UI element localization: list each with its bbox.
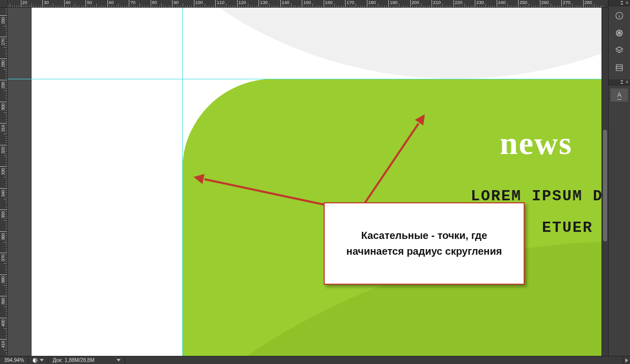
guide-vertical[interactable]	[182, 8, 183, 356]
news-heading: news	[500, 125, 572, 162]
exposure-indicator[interactable]	[28, 356, 48, 364]
guide-horizontal[interactable]	[8, 79, 608, 79]
doc-label: Док:	[52, 357, 63, 363]
hscroll-right-button[interactable]	[623, 356, 630, 364]
dock-collapse-handle-2[interactable]: ×	[609, 79, 630, 85]
wheel-icon[interactable]	[611, 26, 628, 40]
artboard[interactable]: news LOREM IPSUM DOETUER AULLA. DOPURUS …	[32, 8, 608, 356]
dock-collapse-handle[interactable]: ×	[609, 0, 630, 6]
info-icon[interactable]	[611, 9, 628, 22]
news-archive-heading: NEWS ARCHIV	[486, 331, 608, 352]
layers-icon[interactable]	[611, 44, 628, 57]
ruler-horizontal[interactable]: 1020304050607080901001101201301401501601…	[8, 0, 608, 8]
zoom-level[interactable]: 394,94%	[0, 356, 28, 364]
ruler-origin[interactable]	[0, 0, 8, 8]
annotation-callout: Касательные - точки, где начинается ради…	[324, 202, 525, 285]
status-bar: 394,94% Док: 1,88M/28,8M	[0, 356, 630, 364]
svg-rect-9	[616, 65, 622, 71]
canvas-area[interactable]: news LOREM IPSUM DOETUER AULLA. DOPURUS …	[8, 8, 608, 356]
doc-size-value: 1,88M/28,8M	[65, 357, 94, 363]
properties-icon[interactable]	[611, 61, 628, 74]
character-panel-icon[interactable]: A	[611, 88, 628, 102]
svg-marker-8	[616, 47, 623, 51]
bg-arc	[74, 8, 608, 79]
vertical-scrollbar[interactable]	[602, 8, 608, 356]
paw-icon	[443, 329, 472, 354]
panel-dock: × × A	[608, 0, 630, 364]
scrollbar-thumb[interactable]	[603, 130, 607, 241]
doc-size[interactable]: Док: 1,88M/28,8M	[48, 356, 125, 364]
ruler-vertical[interactable]: 2502602702802903003103203303403503603703…	[0, 8, 8, 356]
